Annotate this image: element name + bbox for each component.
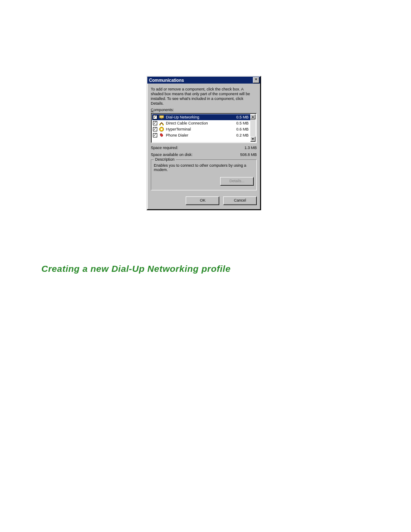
list-item-size: 0.5 MB	[234, 115, 249, 119]
cancel-button[interactable]: Cancel	[223, 196, 257, 205]
svg-rect-2	[159, 124, 161, 125]
list-item-dialup[interactable]: Dial-Up Networking 0.5 MB	[152, 114, 250, 120]
phone-icon	[159, 133, 164, 138]
list-item-hyperterminal[interactable]: HyperTerminal 0.6 MB	[152, 126, 250, 132]
dialog-title: Communications	[149, 78, 184, 83]
list-item-size: 0.2 MB	[234, 133, 249, 137]
svg-rect-3	[162, 124, 164, 125]
components-list-inner: Dial-Up Networking 0.5 MB Direct Cable C…	[152, 114, 250, 142]
description-legend: Description	[154, 157, 176, 162]
list-item-label: Dial-Up Networking	[166, 115, 234, 119]
details-button: Details...	[220, 177, 254, 186]
list-item-size: 0.5 MB	[234, 121, 249, 125]
close-button[interactable]: ×	[253, 77, 259, 83]
section-heading: Creating a new Dial-Up Networking profil…	[41, 264, 230, 274]
list-item-direct-cable[interactable]: Direct Cable Connection 0.5 MB	[152, 120, 250, 126]
space-required-row: Space required: 1.3 MB	[151, 146, 257, 150]
description-group: Description Enables you to connect to ot…	[151, 159, 257, 190]
components-label: Components:	[151, 108, 257, 112]
terminal-icon	[159, 127, 164, 132]
space-available-label: Space available on disk:	[151, 152, 193, 157]
checkbox-phone-dialer[interactable]	[153, 133, 157, 137]
space-required-value: 1.3 MB	[244, 146, 257, 150]
space-required-label: Space required:	[151, 146, 178, 150]
checkbox-dialup[interactable]	[153, 115, 157, 119]
space-available-value: 508.8 MB	[240, 152, 257, 157]
components-label-rest: omponents:	[154, 108, 174, 112]
svg-rect-1	[161, 118, 162, 119]
dialog-title-bar[interactable]: Communications ×	[147, 77, 260, 84]
dialog-body: To add or remove a component, click the …	[147, 84, 260, 209]
list-item-phone-dialer[interactable]: Phone Dialer 0.2 MB	[152, 132, 250, 138]
network-icon	[159, 115, 164, 120]
dialog-instruction: To add or remove a component, click the …	[151, 87, 257, 106]
dialog-button-row: OK Cancel	[151, 196, 257, 205]
listbox-scrollbar[interactable]: ▲ ▼	[250, 114, 255, 142]
cable-icon	[159, 121, 164, 126]
scroll-down-button[interactable]: ▼	[250, 137, 255, 142]
checkbox-hyperterminal[interactable]	[153, 127, 157, 131]
checkbox-direct-cable[interactable]	[153, 121, 157, 125]
list-item-label: HyperTerminal	[166, 127, 234, 131]
list-item-label: Direct Cable Connection	[166, 121, 234, 125]
svg-rect-5	[161, 128, 162, 130]
ok-button[interactable]: OK	[186, 196, 219, 205]
list-item-label: Phone Dialer	[166, 133, 234, 137]
components-listbox[interactable]: Dial-Up Networking 0.5 MB Direct Cable C…	[151, 113, 257, 143]
space-available-row: Space available on disk: 508.8 MB	[151, 152, 257, 157]
scroll-up-button[interactable]: ▲	[250, 114, 255, 119]
list-item-size: 0.6 MB	[234, 127, 249, 131]
communications-dialog: Communications × To add or remove a comp…	[146, 76, 261, 210]
svg-rect-0	[159, 115, 164, 118]
description-text: Enables you to connect to other computer…	[154, 163, 254, 172]
